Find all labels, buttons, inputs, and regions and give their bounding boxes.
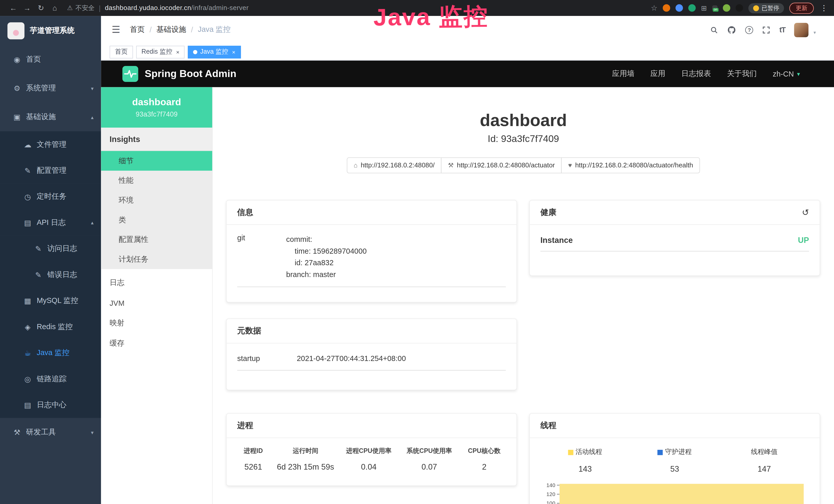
extension-icon-paw[interactable] [736,4,743,12]
fullscreen-icon[interactable] [762,26,770,33]
breadcrumb-separator: / [191,25,193,34]
sidebar-item-access-log[interactable]: ✎ 访问日志 [0,235,101,261]
sidebar-item-label: 错误日志 [47,270,77,279]
card-title: 健康 [541,207,556,217]
sidebar-item-label: 基础设施 [26,112,56,122]
breadcrumb-home[interactable]: 首页 [130,25,145,35]
tab-home[interactable]: 首页 [110,45,133,58]
close-icon[interactable]: × [176,48,179,55]
update-button[interactable]: 更新 [789,2,814,13]
hamburger-icon[interactable]: ☰ [112,24,120,36]
sidebar-item-label: Java 监控 [37,348,69,358]
sidebar-item-home[interactable]: ◉ 首页 [0,45,101,74]
breadcrumb: 首页 / 基础设施 / Java 监控 [130,25,231,35]
menu-item-classes[interactable]: 类 [101,210,212,230]
git-time-line: time: 1596289704000 [286,245,506,257]
sidebar-item-config-manage[interactable]: ✎ 配置管理 [0,157,101,183]
extension-icon-green-circle[interactable] [688,4,696,12]
nav-about[interactable]: 关于我们 [727,69,757,78]
sidebar-item-mysql-monitor[interactable]: ▦ MySQL 监控 [0,288,101,314]
menu-item-logfile[interactable]: 日志 [101,273,212,293]
health-row[interactable]: Instance UP [541,235,809,251]
menu-item-scheduled-tasks[interactable]: 计划任务 [101,249,212,269]
reload-icon[interactable]: ↻ [34,4,48,12]
menu-item-jvm[interactable]: JVM [101,293,212,313]
cards-column-right: 健康 ↺ Instance UP [529,200,820,504]
extension-icon-blue-drop[interactable] [676,4,683,12]
tick-mark [557,494,559,495]
sidebar-item-log-center[interactable]: ▤ 日志中心 [0,392,101,418]
security-label: 不安全 [75,3,95,12]
avatar[interactable] [794,23,809,37]
sidebar-item-infra[interactable]: ▣ 基础设施 ▴ [0,103,101,132]
paused-badge[interactable]: 已暂停 [748,3,784,13]
monitor-icon: ▣ [13,113,21,121]
security-indicator[interactable]: ⚠ 不安全 [67,3,94,12]
nav-wallboard[interactable]: 应用墙 [612,69,634,78]
sidebar-item-label: 日志中心 [37,400,67,410]
forward-icon[interactable]: → [20,4,34,12]
menu-item-details[interactable]: 细节 [101,151,212,171]
menu-item-environment[interactable]: 环境 [101,190,212,210]
sidebar-item-api-log[interactable]: ▤ API 日志 ▴ [0,209,101,235]
home-icon: ⌂ [354,162,357,169]
sidebar-item-label: 定时任务 [37,192,67,201]
sidebar-item-scheduled-job[interactable]: ◷ 定时任务 [0,183,101,209]
avatar-caret-icon[interactable]: ▾ [813,29,816,37]
chevron-up-icon: ▴ [91,114,93,120]
sba-nav: 应用墙 应用 日志报表 关于我们 zh-CN ▾ [612,69,834,78]
close-icon[interactable]: × [232,48,235,55]
sidebar-item-trace[interactable]: ◎ 链路追踪 [0,366,101,392]
sba-brand[interactable]: Spring Boot Admin [122,66,236,82]
github-icon[interactable] [727,25,736,34]
bookmark-icon[interactable]: ☆ [651,4,658,12]
extension-icon-orange[interactable] [663,4,670,12]
sidebar-item-error-log[interactable]: ✎ 错误日志 [0,261,101,288]
database-icon: ▦ [23,296,32,305]
tags-view: 首页 Redis 监控 × Java 监控 × [101,44,834,61]
sidebar-item-label: 访问日志 [47,244,77,253]
threads-chart: 140 120 100 [541,481,809,504]
font-size-icon[interactable]: tT [779,25,785,34]
card-title: 线程 [530,414,820,438]
nav-journal[interactable]: 日志报表 [681,69,711,78]
tab-java-monitor[interactable]: Java 监控 × [188,45,241,58]
breadcrumb-current: Java 监控 [198,25,231,35]
browser-menu-icon[interactable]: ⋮ [820,4,828,12]
document-icon: ▤ [23,400,32,409]
extension-icon-leaf[interactable] [723,4,730,12]
info-label: git [237,233,286,280]
chevron-down-icon: ▾ [91,429,93,435]
base-url-link[interactable]: ⌂ http://192.168.0.2:48080/ [347,157,441,173]
search-icon[interactable] [710,26,718,33]
sidebar-item-redis-monitor[interactable]: ◈ Redis 监控 [0,314,101,340]
instance-details: dashboard Id: 93a3fc7f7409 ⌂ http://192.… [213,87,834,504]
extension-icon-grid[interactable]: ⊞ [701,4,707,12]
health-instance-label: Instance [541,235,573,245]
app-main: ☰ 首页 / 基础设施 / Java 监控 ? tT ▾ [101,16,834,504]
menu-item-caches[interactable]: 缓存 [101,333,212,353]
sidebar-item-java-monitor[interactable]: ☕ Java 监控 [0,340,101,366]
back-icon[interactable]: ← [6,4,20,12]
menu-item-metrics[interactable]: 性能 [101,171,212,190]
address-bar[interactable]: dashboard.yudao.iocoder.cn/infra/admin-s… [105,4,249,12]
chevron-down-icon: ▾ [797,70,800,77]
health-url-link[interactable]: ♥ http://192.168.0.2:48080/actuator/heal… [561,157,700,173]
app-logo-row[interactable]: 芋道管理系统 [0,16,101,45]
sidebar-item-dev-tools[interactable]: ⚒ 研发工具 ▾ [0,418,101,447]
browser-home-icon[interactable]: ⌂ [48,4,62,12]
history-icon[interactable]: ↺ [802,207,809,217]
process-cpu: 0.04 [338,457,399,471]
nav-applications[interactable]: 应用 [650,69,665,78]
sidebar-item-system[interactable]: ⚙ 系统管理 ▾ [0,74,101,103]
y-tick-label: 140 [546,482,555,488]
menu-item-mappings[interactable]: 映射 [101,313,212,334]
help-icon[interactable]: ? [745,26,753,33]
breadcrumb-infra[interactable]: 基础设施 [156,25,186,35]
extension-icon-switch[interactable]: on [712,5,718,11]
sidebar-item-file-manage[interactable]: ☁ 文件管理 [0,131,101,157]
locale-selector[interactable]: zh-CN ▾ [773,70,800,78]
tab-redis-monitor[interactable]: Redis 监控 × [136,45,185,58]
actuator-url-link[interactable]: ⚒ http://192.168.0.2:48080/actuator [441,157,562,173]
menu-item-config-props[interactable]: 配置属性 [101,230,212,250]
